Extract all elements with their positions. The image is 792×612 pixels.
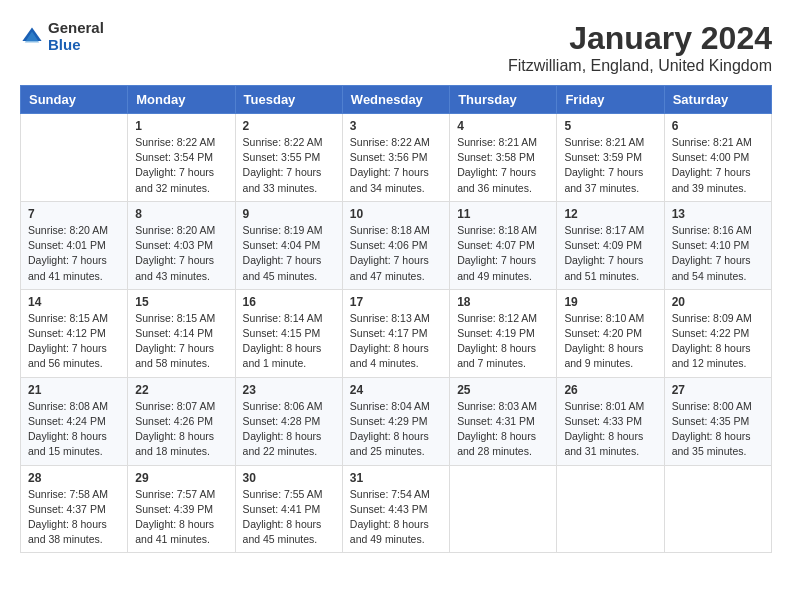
calendar-cell: 15 Sunrise: 8:15 AM Sunset: 4:14 PM Dayl… [128, 289, 235, 377]
cell-detail: Sunrise: 8:00 AM Sunset: 4:35 PM Dayligh… [672, 399, 764, 460]
cell-detail: Sunrise: 8:22 AM Sunset: 3:54 PM Dayligh… [135, 135, 227, 196]
sunset-text: Sunset: 4:26 PM [135, 415, 213, 427]
sunrise-text: Sunrise: 8:22 AM [350, 136, 430, 148]
day-number: 15 [135, 295, 227, 309]
sunrise-text: Sunrise: 7:58 AM [28, 488, 108, 500]
sunset-text: Sunset: 3:55 PM [243, 151, 321, 163]
calendar-cell: 13 Sunrise: 8:16 AM Sunset: 4:10 PM Dayl… [664, 201, 771, 289]
day-number: 20 [672, 295, 764, 309]
calendar-week-1: 7 Sunrise: 8:20 AM Sunset: 4:01 PM Dayli… [21, 201, 772, 289]
day-number: 10 [350, 207, 442, 221]
day-number: 28 [28, 471, 120, 485]
daylight-text: Daylight: 8 hours and 35 minutes. [672, 430, 751, 457]
day-number: 18 [457, 295, 549, 309]
cell-detail: Sunrise: 7:57 AM Sunset: 4:39 PM Dayligh… [135, 487, 227, 548]
daylight-text: Daylight: 8 hours and 18 minutes. [135, 430, 214, 457]
cell-detail: Sunrise: 8:20 AM Sunset: 4:01 PM Dayligh… [28, 223, 120, 284]
sunset-text: Sunset: 4:19 PM [457, 327, 535, 339]
sunset-text: Sunset: 4:39 PM [135, 503, 213, 515]
calendar-cell: 18 Sunrise: 8:12 AM Sunset: 4:19 PM Dayl… [450, 289, 557, 377]
sunset-text: Sunset: 4:29 PM [350, 415, 428, 427]
header-wednesday: Wednesday [342, 86, 449, 114]
sunrise-text: Sunrise: 8:08 AM [28, 400, 108, 412]
calendar-cell: 31 Sunrise: 7:54 AM Sunset: 4:43 PM Dayl… [342, 465, 449, 553]
day-number: 3 [350, 119, 442, 133]
sunrise-text: Sunrise: 8:13 AM [350, 312, 430, 324]
cell-detail: Sunrise: 8:15 AM Sunset: 4:14 PM Dayligh… [135, 311, 227, 372]
sunrise-text: Sunrise: 8:21 AM [672, 136, 752, 148]
calendar-cell: 16 Sunrise: 8:14 AM Sunset: 4:15 PM Dayl… [235, 289, 342, 377]
sunset-text: Sunset: 4:01 PM [28, 239, 106, 251]
sunrise-text: Sunrise: 8:00 AM [672, 400, 752, 412]
calendar-cell: 28 Sunrise: 7:58 AM Sunset: 4:37 PM Dayl… [21, 465, 128, 553]
daylight-text: Daylight: 8 hours and 45 minutes. [243, 518, 322, 545]
cell-detail: Sunrise: 8:13 AM Sunset: 4:17 PM Dayligh… [350, 311, 442, 372]
daylight-text: Daylight: 7 hours and 51 minutes. [564, 254, 643, 281]
calendar-cell: 30 Sunrise: 7:55 AM Sunset: 4:41 PM Dayl… [235, 465, 342, 553]
header-monday: Monday [128, 86, 235, 114]
daylight-text: Daylight: 8 hours and 4 minutes. [350, 342, 429, 369]
logo: General Blue [20, 20, 104, 53]
day-number: 9 [243, 207, 335, 221]
sunset-text: Sunset: 4:06 PM [350, 239, 428, 251]
cell-detail: Sunrise: 8:21 AM Sunset: 3:58 PM Dayligh… [457, 135, 549, 196]
daylight-text: Daylight: 8 hours and 7 minutes. [457, 342, 536, 369]
calendar-cell: 9 Sunrise: 8:19 AM Sunset: 4:04 PM Dayli… [235, 201, 342, 289]
calendar-cell: 3 Sunrise: 8:22 AM Sunset: 3:56 PM Dayli… [342, 114, 449, 202]
sunset-text: Sunset: 4:33 PM [564, 415, 642, 427]
cell-detail: Sunrise: 8:04 AM Sunset: 4:29 PM Dayligh… [350, 399, 442, 460]
header-tuesday: Tuesday [235, 86, 342, 114]
sunrise-text: Sunrise: 8:07 AM [135, 400, 215, 412]
calendar-cell: 21 Sunrise: 8:08 AM Sunset: 4:24 PM Dayl… [21, 377, 128, 465]
cell-detail: Sunrise: 7:58 AM Sunset: 4:37 PM Dayligh… [28, 487, 120, 548]
sunrise-text: Sunrise: 7:57 AM [135, 488, 215, 500]
day-number: 2 [243, 119, 335, 133]
cell-detail: Sunrise: 8:12 AM Sunset: 4:19 PM Dayligh… [457, 311, 549, 372]
day-number: 7 [28, 207, 120, 221]
cell-detail: Sunrise: 8:18 AM Sunset: 4:06 PM Dayligh… [350, 223, 442, 284]
cell-detail: Sunrise: 8:20 AM Sunset: 4:03 PM Dayligh… [135, 223, 227, 284]
logo-text: General Blue [48, 20, 104, 53]
sunrise-text: Sunrise: 8:20 AM [135, 224, 215, 236]
calendar-cell: 22 Sunrise: 8:07 AM Sunset: 4:26 PM Dayl… [128, 377, 235, 465]
sunset-text: Sunset: 4:35 PM [672, 415, 750, 427]
sunrise-text: Sunrise: 8:01 AM [564, 400, 644, 412]
sunrise-text: Sunrise: 8:22 AM [135, 136, 215, 148]
sunrise-text: Sunrise: 8:19 AM [243, 224, 323, 236]
header: General Blue January 2024 Fitzwilliam, E… [20, 20, 772, 75]
cell-detail: Sunrise: 8:10 AM Sunset: 4:20 PM Dayligh… [564, 311, 656, 372]
sunrise-text: Sunrise: 8:04 AM [350, 400, 430, 412]
day-number: 23 [243, 383, 335, 397]
calendar-cell: 2 Sunrise: 8:22 AM Sunset: 3:55 PM Dayli… [235, 114, 342, 202]
sunrise-text: Sunrise: 8:15 AM [28, 312, 108, 324]
calendar-week-4: 28 Sunrise: 7:58 AM Sunset: 4:37 PM Dayl… [21, 465, 772, 553]
sunrise-text: Sunrise: 7:55 AM [243, 488, 323, 500]
calendar-cell: 10 Sunrise: 8:18 AM Sunset: 4:06 PM Dayl… [342, 201, 449, 289]
sunset-text: Sunset: 4:14 PM [135, 327, 213, 339]
sunset-text: Sunset: 4:10 PM [672, 239, 750, 251]
calendar-cell: 29 Sunrise: 7:57 AM Sunset: 4:39 PM Dayl… [128, 465, 235, 553]
daylight-text: Daylight: 7 hours and 49 minutes. [457, 254, 536, 281]
daylight-text: Daylight: 8 hours and 25 minutes. [350, 430, 429, 457]
sunset-text: Sunset: 4:07 PM [457, 239, 535, 251]
day-number: 1 [135, 119, 227, 133]
sunset-text: Sunset: 4:09 PM [564, 239, 642, 251]
daylight-text: Daylight: 7 hours and 39 minutes. [672, 166, 751, 193]
day-number: 5 [564, 119, 656, 133]
daylight-text: Daylight: 8 hours and 28 minutes. [457, 430, 536, 457]
calendar-cell: 20 Sunrise: 8:09 AM Sunset: 4:22 PM Dayl… [664, 289, 771, 377]
daylight-text: Daylight: 8 hours and 41 minutes. [135, 518, 214, 545]
logo-icon [20, 25, 44, 49]
cell-detail: Sunrise: 8:03 AM Sunset: 4:31 PM Dayligh… [457, 399, 549, 460]
day-number: 21 [28, 383, 120, 397]
sunset-text: Sunset: 4:28 PM [243, 415, 321, 427]
month-title: January 2024 [508, 20, 772, 57]
calendar-cell: 27 Sunrise: 8:00 AM Sunset: 4:35 PM Dayl… [664, 377, 771, 465]
calendar-cell [664, 465, 771, 553]
sunrise-text: Sunrise: 8:09 AM [672, 312, 752, 324]
daylight-text: Daylight: 8 hours and 1 minute. [243, 342, 322, 369]
sunrise-text: Sunrise: 8:17 AM [564, 224, 644, 236]
daylight-text: Daylight: 7 hours and 41 minutes. [28, 254, 107, 281]
day-number: 26 [564, 383, 656, 397]
logo-general-label: General [48, 20, 104, 37]
